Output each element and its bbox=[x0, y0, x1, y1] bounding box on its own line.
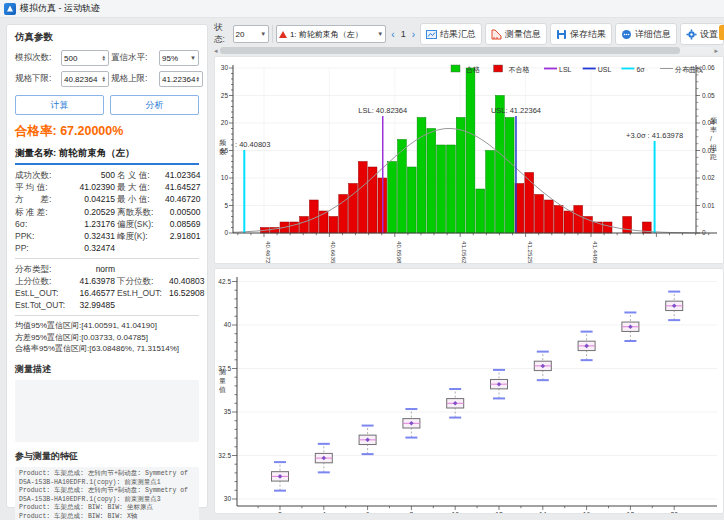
svg-text:40.66354: 40.66354 bbox=[330, 241, 337, 263]
histogram-card: LSL: 40.82364USL: 41.22364: 40.40803+3.0… bbox=[214, 56, 724, 264]
svg-text:0.06: 0.06 bbox=[702, 64, 715, 71]
stat-value: 41.64527 bbox=[165, 181, 202, 193]
button-label: 测量信息 bbox=[505, 28, 541, 41]
feature-line: Product: 车架总成: BIW: BIW: 坐标原点 bbox=[19, 504, 195, 513]
divider bbox=[15, 315, 199, 316]
svg-text:频: 频 bbox=[219, 139, 227, 147]
stats-table: 成功次数:500名 义 值:41.02364 平 均 值:41.02390最 大… bbox=[15, 169, 199, 254]
svg-text:40: 40 bbox=[224, 321, 232, 328]
scrollbar-thumb[interactable] bbox=[220, 47, 680, 54]
stat-label: 最 大 值: bbox=[117, 181, 165, 193]
svg-text:/: / bbox=[710, 135, 712, 142]
ruler-icon bbox=[491, 29, 502, 40]
svg-text:40.85989: 40.85989 bbox=[396, 241, 403, 263]
scroll-right-icon[interactable]: ▸ bbox=[714, 47, 718, 54]
stat-label: 离散系数: bbox=[117, 206, 165, 218]
ci-variance: 方差95%置信区间:[0.03733, 0.04785] bbox=[15, 332, 199, 344]
features-title: 参与测量的特征 bbox=[15, 450, 199, 463]
lsl-label: 规格下限: bbox=[15, 73, 59, 85]
svg-text:值: 值 bbox=[219, 386, 226, 393]
stat-label: 方 差: bbox=[15, 193, 61, 205]
histogram-chart: LSL: 40.82364USL: 41.22364: 40.40803+3.0… bbox=[215, 57, 723, 263]
dist-value: norm bbox=[71, 263, 117, 275]
stat-value: 40.46720 bbox=[165, 193, 202, 205]
boxplot-chart: 3032.53537.54042.52468101214161820测量值 bbox=[215, 269, 723, 513]
feature-line: Product: 车架总成: BIW: BIW: X轴 bbox=[19, 513, 195, 520]
scrollbar-track[interactable] bbox=[219, 47, 714, 54]
chevron-down-icon: ▼ bbox=[190, 55, 196, 61]
next-page-button[interactable]: › bbox=[410, 29, 417, 40]
spinner-arrows-icon[interactable]: ▲▼ bbox=[102, 55, 106, 62]
prev-page-button[interactable]: ‹ bbox=[389, 29, 396, 40]
measurement-select[interactable]: 1: 前轮前束角（左） ▼ bbox=[276, 25, 386, 43]
svg-text:25: 25 bbox=[221, 92, 229, 99]
analyze-button[interactable]: 分析 bbox=[110, 95, 199, 115]
dist-value: 16.52908 bbox=[169, 287, 206, 299]
stat-value: 2.91801 bbox=[165, 230, 202, 242]
svg-text:40.46720: 40.46720 bbox=[265, 241, 272, 263]
horizontal-scrollbar: ◂ ▸ bbox=[214, 47, 718, 54]
settings-button[interactable]: 设置 bbox=[680, 23, 724, 45]
lsl-value: 40.82364 bbox=[64, 75, 97, 84]
spinner-arrows-icon[interactable]: ▲▼ bbox=[195, 76, 199, 83]
save-icon bbox=[556, 29, 567, 40]
svg-text:距: 距 bbox=[710, 153, 717, 160]
svg-text:41.05624: 41.05624 bbox=[461, 241, 468, 263]
chart-summary-icon bbox=[426, 29, 437, 40]
svg-text:6: 6 bbox=[366, 511, 370, 513]
svg-text:组: 组 bbox=[710, 144, 717, 151]
measurement-name: 1: 前轮前束角（左） bbox=[290, 29, 374, 40]
description-box[interactable] bbox=[15, 380, 199, 442]
stat-label: 最 小 值: bbox=[117, 193, 165, 205]
stat-value: 41.02390 bbox=[61, 181, 117, 193]
save-results-button[interactable]: 保存结果 bbox=[550, 23, 612, 45]
dist-label: Est.L_OUT: bbox=[15, 287, 71, 299]
app-window: 模拟仿真 - 运动轨迹 仿真参数 模拟次数: 500 ▲▼ 置信水平: 95% … bbox=[0, 0, 724, 520]
info-bubble-icon bbox=[621, 29, 632, 40]
dist-label: 上分位数: bbox=[15, 275, 71, 287]
status-value: 20 bbox=[236, 30, 245, 39]
svg-text:16: 16 bbox=[583, 511, 591, 513]
calculate-button[interactable]: 计算 bbox=[15, 95, 104, 115]
dist-value: 40.40803 bbox=[169, 275, 206, 287]
summary-button[interactable]: 结果汇总 bbox=[420, 23, 482, 45]
svg-text:频: 频 bbox=[710, 117, 718, 125]
svg-text:0.01: 0.01 bbox=[702, 202, 715, 209]
feature-line: Product: 车架总成: 左转向节+制动盘: Symmetry of D5A… bbox=[19, 487, 195, 504]
svg-text:20: 20 bbox=[221, 119, 229, 126]
param-row-2: 规格下限: 40.82364 ▲▼ 规格上限: 41.22364 ▲▼ bbox=[15, 71, 199, 87]
distribution-table: 分布类型:norm 上分位数:41.63978下分位数:40.40803 Est… bbox=[15, 263, 199, 311]
chevron-down-icon: ▼ bbox=[377, 31, 383, 37]
stat-label: PPK: bbox=[15, 230, 61, 242]
confidence-label: 置信水平: bbox=[111, 52, 157, 64]
scroll-left-icon[interactable]: ◂ bbox=[214, 47, 218, 54]
sim-count-value: 500 bbox=[64, 54, 77, 63]
stat-label: 6σ: bbox=[15, 218, 61, 230]
svg-text:USL: USL bbox=[598, 66, 612, 73]
sim-count-label: 模拟次数: bbox=[15, 52, 59, 64]
confidence-select[interactable]: 95% ▼ bbox=[159, 50, 199, 66]
dist-label bbox=[117, 299, 169, 311]
svg-text:20: 20 bbox=[670, 511, 678, 513]
status-label: 状态: bbox=[214, 22, 230, 46]
feature-line: Product: 车架总成: 左转向节+制动盘: Symmetry of D5A… bbox=[19, 470, 195, 487]
usl-spinner[interactable]: 41.22364 ▲▼ bbox=[159, 71, 203, 87]
detail-info-button[interactable]: 详细信息 bbox=[615, 23, 677, 45]
svg-text:不合格: 不合格 bbox=[509, 66, 530, 74]
description-title: 测量描述 bbox=[15, 363, 199, 376]
underline-divider bbox=[15, 163, 199, 165]
svg-text:12: 12 bbox=[495, 511, 503, 513]
sim-count-spinner[interactable]: 500 ▲▼ bbox=[61, 50, 109, 66]
spinner-arrows-icon[interactable]: ▲▼ bbox=[102, 76, 106, 83]
svg-text:6σ: 6σ bbox=[636, 66, 645, 73]
clipped-toolbar-icon[interactable] bbox=[719, 25, 724, 40]
lsl-spinner[interactable]: 40.82364 ▲▼ bbox=[61, 71, 109, 87]
status-select[interactable]: 20 ▼ bbox=[233, 25, 270, 43]
svg-text:0.05: 0.05 bbox=[702, 92, 715, 99]
dist-label: 分布类型: bbox=[15, 263, 71, 275]
svg-text:30: 30 bbox=[221, 64, 229, 71]
dist-label: 下分位数: bbox=[117, 275, 169, 287]
dist-value: 16.46577 bbox=[71, 287, 117, 299]
window-title: 模拟仿真 - 运动轨迹 bbox=[20, 2, 100, 15]
measure-info-button[interactable]: 测量信息 bbox=[485, 23, 547, 45]
